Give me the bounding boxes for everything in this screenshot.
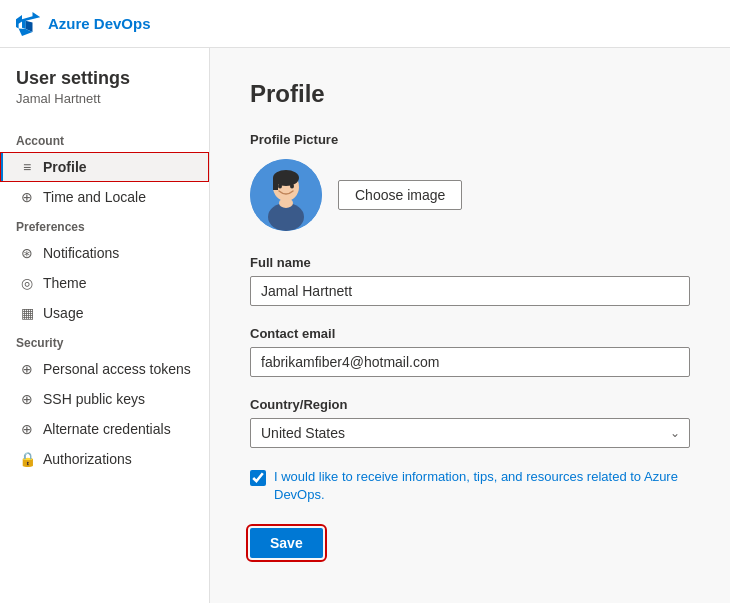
sidebar-user-settings-title: User settings [16,68,193,89]
sidebar-item-theme-label: Theme [43,275,87,291]
avatar-image [250,159,322,231]
sidebar-item-usage-label: Usage [43,305,83,321]
full-name-label: Full name [250,255,690,270]
azure-devops-logo-icon [16,12,40,36]
sidebar-item-pat[interactable]: ⊕ Personal access tokens [0,354,209,384]
sidebar-item-authorizations[interactable]: 🔒 Authorizations [0,444,209,474]
country-region-label: Country/Region [250,397,690,412]
sidebar-item-alt-credentials[interactable]: ⊕ Alternate credentials [0,414,209,444]
profile-picture-row: Choose image [250,159,690,231]
svg-point-6 [278,184,282,189]
sidebar: User settings Jamal Hartnett Account ≡ P… [0,48,210,603]
choose-image-button[interactable]: Choose image [338,180,462,210]
sidebar-item-profile[interactable]: ≡ Profile [0,152,209,182]
app-logo[interactable]: Azure DevOps [16,12,151,36]
svg-rect-3 [273,178,278,190]
main-layout: User settings Jamal Hartnett Account ≡ P… [0,48,730,603]
contact-email-label: Contact email [250,326,690,341]
contact-email-input[interactable] [250,347,690,377]
svg-point-5 [279,198,293,208]
sidebar-item-time-locale-label: Time and Locale [43,189,146,205]
country-region-select-wrapper: United States United Kingdom Canada Aust… [250,418,690,448]
sidebar-item-time-locale[interactable]: ⊕ Time and Locale [0,182,209,212]
newsletter-checkbox[interactable] [250,470,266,486]
sidebar-item-notifications-label: Notifications [43,245,119,261]
sidebar-item-notifications[interactable]: ⊛ Notifications [0,238,209,268]
page-title: Profile [250,80,690,108]
sidebar-user-name: Jamal Hartnett [16,91,193,106]
chart-icon: ▦ [19,305,35,321]
sidebar-item-theme[interactable]: ◎ Theme [0,268,209,298]
sidebar-section-security: Security [0,328,209,354]
country-region-select[interactable]: United States United Kingdom Canada Aust… [250,418,690,448]
person-icon: ≡ [19,159,35,175]
sidebar-item-pat-label: Personal access tokens [43,361,191,377]
palette-icon: ◎ [19,275,35,291]
main-content: Profile Profile Picture [210,48,730,603]
lock-icon: 🔒 [19,451,35,467]
profile-picture-section-label: Profile Picture [250,132,690,147]
full-name-input[interactable] [250,276,690,306]
sidebar-section-account: Account [0,126,209,152]
svg-point-7 [290,184,294,189]
save-button-wrapper: Save [250,528,323,558]
country-region-group: Country/Region United States United King… [250,397,690,448]
newsletter-checkbox-row: I would like to receive information, tip… [250,468,690,504]
clock-icon: ⊕ [19,189,35,205]
full-name-group: Full name [250,255,690,306]
sidebar-item-ssh-label: SSH public keys [43,391,145,407]
sidebar-item-usage[interactable]: ▦ Usage [0,298,209,328]
sidebar-user-section: User settings Jamal Hartnett [0,68,209,126]
key-icon: ⊕ [19,361,35,377]
sidebar-item-alt-credentials-label: Alternate credentials [43,421,171,437]
contact-email-group: Contact email [250,326,690,377]
app-name-label: Azure DevOps [48,15,151,32]
sidebar-item-profile-label: Profile [43,159,87,175]
key2-icon: ⊕ [19,391,35,407]
sidebar-section-preferences: Preferences [0,212,209,238]
credential-icon: ⊕ [19,421,35,437]
newsletter-checkbox-label[interactable]: I would like to receive information, tip… [274,468,690,504]
bell-icon: ⊛ [19,245,35,261]
sidebar-item-ssh[interactable]: ⊕ SSH public keys [0,384,209,414]
avatar [250,159,322,231]
app-header: Azure DevOps [0,0,730,48]
save-button[interactable]: Save [250,528,323,558]
sidebar-item-authorizations-label: Authorizations [43,451,132,467]
